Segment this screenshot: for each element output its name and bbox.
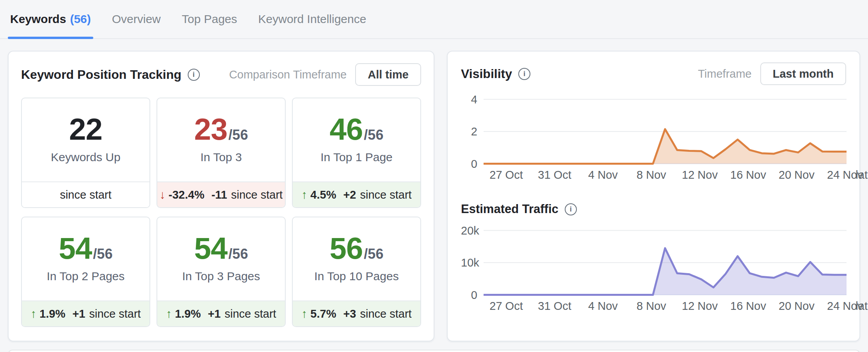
change-delta: +1 [72,308,85,320]
trend-down-icon: ↓ [160,188,165,201]
info-icon[interactable]: i [518,68,530,80]
change-delta: +2 [343,188,356,201]
card-title: Keyword Position Tracking i [21,68,200,82]
timeframe-label: Timeframe [698,68,752,80]
x-axis-tick: 4 Nov [588,300,618,313]
stat-value: 23 [194,114,228,144]
x-axis-tick: 8 Nov [637,300,666,313]
x-axis-tick: 8 Nov [637,169,666,181]
stat-change-row: ↑ 1.9% +1 since start [22,300,149,326]
x-axis-tick: 31 Oct [538,169,571,181]
x-axis-tick: 12 Nov [682,300,718,313]
trend-up-icon: ↑ [166,307,172,320]
change-caption: since start [60,188,111,201]
timeframe-button[interactable]: Last month [760,62,846,85]
change-percent: 1.9% [175,308,201,320]
stat-label: In Top 3 [200,151,242,164]
stat-change-row: ↑ 4.5% +2 since start [293,181,420,207]
stat-label: In Top 10 Pages [314,270,398,283]
stat-label: In Top 1 Page [320,151,393,164]
stat-tile-grid: 22 Keywords Up since start 23 /56 In Top… [21,98,421,327]
stat-value: 56 [330,233,363,263]
tab-top-pages[interactable]: Top Pages [182,0,237,38]
x-axis-tick: 16 Nov [730,300,766,313]
tab-keywords-count: (56) [70,12,91,26]
stat-tile-in-top-3: 23 /56 In Top 3 ↓ -32.4% -11 since start [157,98,286,208]
comparison-timeframe-control: Comparison Timeframe All time [229,63,421,86]
estimated-traffic-chart: 010k20k27 Oct31 Oct4 Nov8 Nov12 Nov16 No… [461,229,846,313]
change-caption: since start [231,188,283,201]
stat-tile-in-top-2-pages: 54 /56 In Top 2 Pages ↑ 1.9% +1 since st… [21,217,150,327]
comparison-timeframe-label: Comparison Timeframe [229,68,347,81]
change-delta: -11 [212,188,227,201]
stat-denominator: /56 [93,246,112,262]
x-axis-tick: 27 Oct [489,169,523,181]
x-axis-tick: 20 Nov [779,169,815,181]
stat-tile-in-top-3-pages: 54 /56 In Top 3 Pages ↑ 1.9% +1 since st… [157,217,286,327]
tab-keyword-intelligence[interactable]: Keyword Intelligence [258,0,366,38]
change-caption: since start [225,308,276,320]
visibility-chart: 02427 Oct31 Oct4 Nov8 Nov12 Nov16 Nov20 … [461,98,846,182]
comparison-timeframe-button[interactable]: All time [355,63,421,86]
estimated-traffic-title: Estimated Traffic i [461,202,846,216]
change-caption: since start [360,308,412,320]
chart-plot-area[interactable] [484,98,847,165]
change-delta: +3 [343,308,356,320]
y-axis-tick: 2 [461,125,477,138]
y-axis-tick: 0 [461,289,477,301]
info-icon[interactable]: i [565,203,577,215]
stat-tile-in-top-1-page: 46 /56 In Top 1 Page ↑ 4.5% +2 since sta… [292,98,421,208]
info-icon[interactable]: i [188,69,200,81]
stat-change-row: ↓ -32.4% -11 since start [157,181,285,207]
change-caption: since start [360,188,412,201]
y-axis-tick: 10k [461,256,477,269]
trend-up-icon: ↑ [301,188,307,201]
card-header: Keyword Position Tracking i Comparison T… [21,63,421,86]
y-axis-tick: 4 [461,93,477,106]
x-axis-tick: 16 Nov [730,169,766,181]
trend-up-icon: ↑ [301,307,307,320]
stat-denominator: /56 [228,127,248,143]
trend-up-icon: ↑ [30,307,36,320]
x-axis: 27 Oct31 Oct4 Nov8 Nov12 Nov16 Nov20 Nov… [484,300,846,313]
stat-value: 46 [330,114,363,144]
x-axis: 27 Oct31 Oct4 Nov8 Nov12 Nov16 Nov20 Nov… [484,169,846,182]
change-percent: -32.4% [169,188,205,201]
stat-value: 54 [194,233,228,263]
stat-change-row: since start [22,181,149,207]
change-percent: 1.9% [39,308,65,320]
visibility-title: Visibility i [461,67,530,81]
change-percent: 5.7% [310,308,336,320]
stat-value: 54 [59,233,92,263]
x-axis-tick: 27 Oct [489,300,523,313]
x-axis-tick: latest [856,169,868,181]
y-axis-tick: 20k [461,224,477,237]
y-axis-tick: 0 [461,158,477,170]
stat-label: Keywords Up [51,151,120,164]
stat-label: In Top 2 Pages [47,270,125,283]
stat-change-row: ↑ 5.7% +3 since start [293,300,420,326]
timeframe-control: Timeframe Last month [698,62,846,85]
stat-denominator: /56 [228,246,248,262]
x-axis-tick: latest [856,300,868,313]
tab-keywords[interactable]: Keywords (56) [10,0,91,38]
x-axis-tick: 20 Nov [779,300,815,313]
change-caption: since start [89,308,141,320]
visibility-card: Visibility i Timeframe Last month 02427 … [447,51,860,341]
next-section-top-edge [8,350,860,352]
stat-tile-keywords-up: 22 Keywords Up since start [21,98,150,208]
stat-change-row: ↑ 1.9% +1 since start [157,300,285,326]
card-header: Visibility i Timeframe Last month [461,62,846,85]
x-axis-tick: 31 Oct [538,300,571,313]
stat-denominator: /56 [364,246,383,262]
chart-plot-area[interactable] [484,229,847,296]
keyword-position-tracking-card: Keyword Position Tracking i Comparison T… [8,51,434,341]
stat-tile-in-top-10-pages: 56 /56 In Top 10 Pages ↑ 5.7% +3 since s… [292,217,421,327]
x-axis-tick: 4 Nov [588,169,618,181]
tab-bar: Keywords (56) Overview Top Pages Keyword… [0,0,868,39]
tab-overview[interactable]: Overview [112,0,161,38]
change-delta: +1 [208,308,221,320]
stat-value: 22 [69,114,102,144]
x-axis-tick: 12 Nov [682,169,718,181]
tab-keywords-label: Keywords [10,12,66,26]
